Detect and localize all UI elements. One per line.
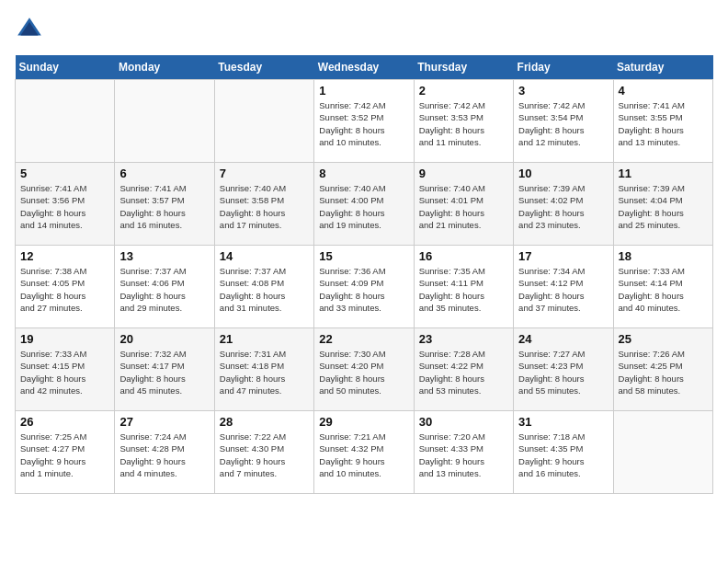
day-info: Sunrise: 7:35 AM Sunset: 4:11 PM Dayligh… [419,265,508,314]
calendar-cell: 26Sunrise: 7:25 AM Sunset: 4:27 PM Dayli… [16,411,115,494]
calendar-cell: 2Sunrise: 7:42 AM Sunset: 3:53 PM Daylig… [414,80,513,163]
day-number: 27 [119,415,209,429]
day-number: 7 [220,167,309,180]
calendar-week-row: 1Sunrise: 7:42 AM Sunset: 3:52 PM Daylig… [16,80,713,163]
day-number: 14 [220,249,309,263]
day-info: Sunrise: 7:42 AM Sunset: 3:54 PM Dayligh… [518,99,608,148]
weekday-header-saturday: Saturday [613,55,712,80]
calendar-cell: 19Sunrise: 7:33 AM Sunset: 4:15 PM Dayli… [16,328,115,411]
day-number: 19 [20,332,109,346]
calendar-cell: 1Sunrise: 7:42 AM Sunset: 3:52 PM Daylig… [314,80,414,163]
calendar-cell: 4Sunrise: 7:41 AM Sunset: 3:55 PM Daylig… [613,80,712,163]
calendar-cell: 21Sunrise: 7:31 AM Sunset: 4:18 PM Dayli… [214,328,313,411]
day-number: 31 [518,415,608,429]
day-number: 8 [319,167,408,180]
page-header [15,15,713,44]
day-info: Sunrise: 7:37 AM Sunset: 4:06 PM Dayligh… [119,265,209,314]
day-info: Sunrise: 7:28 AM Sunset: 4:22 PM Dayligh… [419,348,508,396]
logo [15,15,48,44]
day-number: 6 [119,167,209,180]
calendar-cell: 31Sunrise: 7:18 AM Sunset: 4:35 PM Dayli… [514,411,613,494]
calendar-week-row: 12Sunrise: 7:38 AM Sunset: 4:05 PM Dayli… [16,246,713,328]
logo-icon [15,15,44,44]
day-info: Sunrise: 7:21 AM Sunset: 4:32 PM Dayligh… [319,431,408,479]
calendar-cell: 11Sunrise: 7:39 AM Sunset: 4:04 PM Dayli… [613,163,712,246]
day-info: Sunrise: 7:42 AM Sunset: 3:53 PM Dayligh… [419,99,508,148]
calendar-week-row: 26Sunrise: 7:25 AM Sunset: 4:27 PM Dayli… [16,411,713,494]
day-number: 3 [518,84,608,98]
day-number: 15 [319,249,408,263]
day-number: 28 [220,415,309,429]
calendar-cell: 28Sunrise: 7:22 AM Sunset: 4:30 PM Dayli… [214,411,313,494]
day-info: Sunrise: 7:25 AM Sunset: 4:27 PM Dayligh… [20,431,109,479]
day-info: Sunrise: 7:33 AM Sunset: 4:15 PM Dayligh… [20,348,109,396]
calendar-cell [115,80,214,163]
day-number: 13 [119,249,209,263]
day-number: 2 [419,84,508,98]
calendar-cell [214,80,313,163]
calendar-cell [16,80,115,163]
calendar-cell: 5Sunrise: 7:41 AM Sunset: 3:56 PM Daylig… [16,163,115,246]
day-info: Sunrise: 7:24 AM Sunset: 4:28 PM Dayligh… [119,431,209,479]
calendar-cell: 29Sunrise: 7:21 AM Sunset: 4:32 PM Dayli… [314,411,414,494]
calendar-cell: 23Sunrise: 7:28 AM Sunset: 4:22 PM Dayli… [414,328,513,411]
day-info: Sunrise: 7:42 AM Sunset: 3:52 PM Dayligh… [319,99,408,148]
calendar-cell: 9Sunrise: 7:40 AM Sunset: 4:01 PM Daylig… [414,163,513,246]
day-info: Sunrise: 7:38 AM Sunset: 4:05 PM Dayligh… [20,265,109,314]
calendar-cell: 20Sunrise: 7:32 AM Sunset: 4:17 PM Dayli… [115,328,214,411]
day-number: 20 [119,332,209,346]
day-info: Sunrise: 7:30 AM Sunset: 4:20 PM Dayligh… [319,348,408,396]
day-info: Sunrise: 7:41 AM Sunset: 3:57 PM Dayligh… [119,182,209,231]
day-info: Sunrise: 7:37 AM Sunset: 4:08 PM Dayligh… [220,265,309,314]
calendar-week-row: 19Sunrise: 7:33 AM Sunset: 4:15 PM Dayli… [16,328,713,411]
day-info: Sunrise: 7:33 AM Sunset: 4:14 PM Dayligh… [619,265,708,314]
day-number: 5 [20,167,109,180]
calendar-cell: 12Sunrise: 7:38 AM Sunset: 4:05 PM Dayli… [16,246,115,328]
day-number: 17 [518,249,608,263]
day-info: Sunrise: 7:39 AM Sunset: 4:04 PM Dayligh… [619,182,708,231]
day-info: Sunrise: 7:27 AM Sunset: 4:23 PM Dayligh… [518,348,608,396]
calendar-table: SundayMondayTuesdayWednesdayThursdayFrid… [15,55,713,494]
day-number: 24 [518,332,608,346]
day-info: Sunrise: 7:40 AM Sunset: 4:01 PM Dayligh… [419,182,508,231]
day-number: 16 [419,249,508,263]
day-number: 30 [419,415,508,429]
calendar-cell [613,411,712,494]
calendar-cell: 10Sunrise: 7:39 AM Sunset: 4:02 PM Dayli… [514,163,613,246]
day-info: Sunrise: 7:36 AM Sunset: 4:09 PM Dayligh… [319,265,408,314]
calendar-cell: 17Sunrise: 7:34 AM Sunset: 4:12 PM Dayli… [514,246,613,328]
calendar-cell: 30Sunrise: 7:20 AM Sunset: 4:33 PM Dayli… [414,411,513,494]
day-info: Sunrise: 7:20 AM Sunset: 4:33 PM Dayligh… [419,431,508,479]
calendar-cell: 24Sunrise: 7:27 AM Sunset: 4:23 PM Dayli… [514,328,613,411]
day-number: 9 [419,167,508,180]
calendar-cell: 22Sunrise: 7:30 AM Sunset: 4:20 PM Dayli… [314,328,414,411]
day-number: 12 [20,249,109,263]
weekday-header-tuesday: Tuesday [214,55,313,80]
day-number: 26 [20,415,109,429]
day-info: Sunrise: 7:41 AM Sunset: 3:56 PM Dayligh… [20,182,109,231]
calendar-cell: 6Sunrise: 7:41 AM Sunset: 3:57 PM Daylig… [115,163,214,246]
day-number: 21 [220,332,309,346]
calendar-cell: 7Sunrise: 7:40 AM Sunset: 3:58 PM Daylig… [214,163,313,246]
day-number: 18 [619,249,708,263]
day-info: Sunrise: 7:39 AM Sunset: 4:02 PM Dayligh… [518,182,608,231]
day-number: 25 [619,332,708,346]
calendar-week-row: 5Sunrise: 7:41 AM Sunset: 3:56 PM Daylig… [16,163,713,246]
day-number: 4 [619,84,708,98]
day-number: 1 [319,84,408,98]
day-number: 29 [319,415,408,429]
calendar-cell: 18Sunrise: 7:33 AM Sunset: 4:14 PM Dayli… [613,246,712,328]
day-info: Sunrise: 7:32 AM Sunset: 4:17 PM Dayligh… [119,348,209,396]
weekday-header-monday: Monday [115,55,214,80]
calendar-cell: 25Sunrise: 7:26 AM Sunset: 4:25 PM Dayli… [613,328,712,411]
day-number: 10 [518,167,608,180]
day-info: Sunrise: 7:41 AM Sunset: 3:55 PM Dayligh… [619,99,708,148]
weekday-header-thursday: Thursday [414,55,513,80]
day-info: Sunrise: 7:26 AM Sunset: 4:25 PM Dayligh… [619,348,708,396]
day-info: Sunrise: 7:31 AM Sunset: 4:18 PM Dayligh… [220,348,309,396]
day-info: Sunrise: 7:40 AM Sunset: 4:00 PM Dayligh… [319,182,408,231]
day-number: 11 [619,167,708,180]
calendar-cell: 27Sunrise: 7:24 AM Sunset: 4:28 PM Dayli… [115,411,214,494]
calendar-cell: 8Sunrise: 7:40 AM Sunset: 4:00 PM Daylig… [314,163,414,246]
day-info: Sunrise: 7:40 AM Sunset: 3:58 PM Dayligh… [220,182,309,231]
